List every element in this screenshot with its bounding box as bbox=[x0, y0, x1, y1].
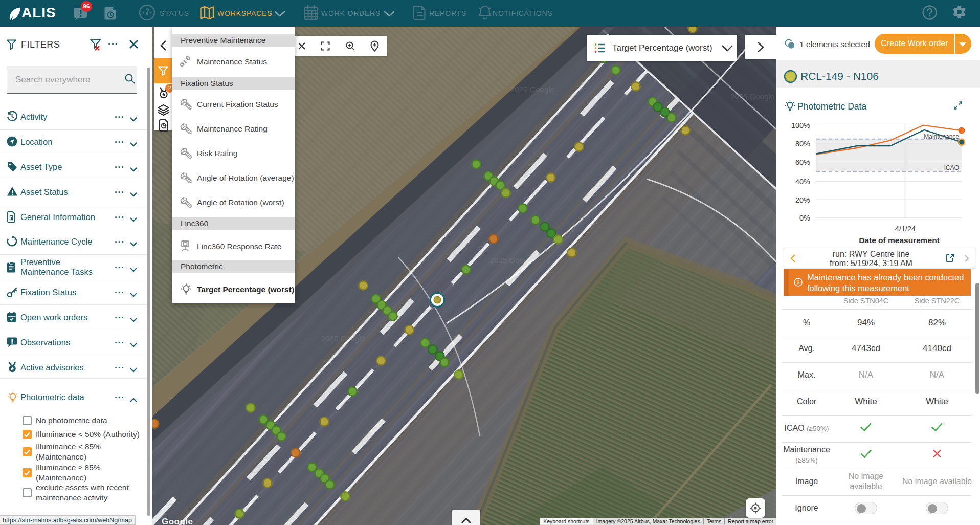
svg-text:2025 Google: 2025 Google bbox=[321, 334, 365, 343]
svg-text:ICAO: ICAO bbox=[944, 164, 959, 171]
svg-text:2025 Google: 2025 Google bbox=[510, 85, 554, 94]
svg-text:40%: 40% bbox=[795, 178, 810, 186]
svg-text:80%: 80% bbox=[795, 140, 810, 148]
svg-text:60%: 60% bbox=[795, 158, 810, 166]
svg-text:Maintenance: Maintenance bbox=[924, 133, 959, 140]
svg-text:4/1/24: 4/1/24 bbox=[895, 225, 916, 233]
svg-text:2025 Google: 2025 Google bbox=[730, 92, 774, 101]
svg-text:20%: 20% bbox=[795, 196, 810, 204]
svg-text:100%: 100% bbox=[791, 121, 810, 129]
svg-text:0%: 0% bbox=[799, 214, 810, 222]
svg-text:Date of measurement: Date of measurement bbox=[859, 236, 940, 245]
svg-text:2025 Google: 2025 Google bbox=[490, 256, 534, 265]
